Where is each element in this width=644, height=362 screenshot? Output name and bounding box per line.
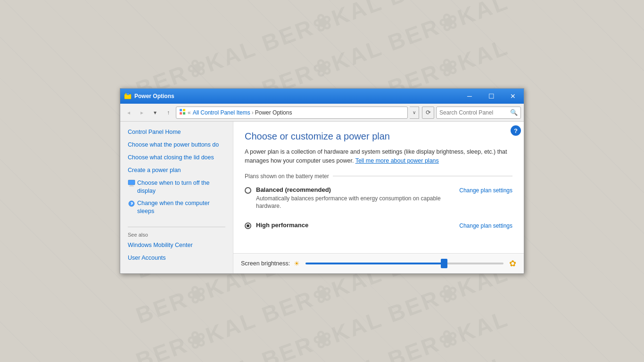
brightness-track[interactable] [305,263,504,264]
brightness-sun-high-icon: ✿ [509,258,516,269]
chevron-down-icon: ▾ [154,109,157,116]
breadcrumb-all-control-panel[interactable]: All Control Panel Items [193,109,250,116]
brightness-thumb[interactable] [441,259,447,268]
change-plan-balanced[interactable]: Change plan settings [459,187,512,194]
svg-rect-5 [183,109,185,111]
svg-rect-4 [180,109,182,111]
up-button[interactable]: ↑ [163,107,174,118]
help-button[interactable]: ? [511,125,521,136]
svg-text:⚡: ⚡ [126,95,130,99]
window-icon: ⚡ [124,92,132,100]
brightness-sun-low-icon: ☀ [294,260,300,267]
plan-high-performance-info: High performance [256,222,308,230]
window-title: Power Options [134,93,459,99]
title-bar-controls: ─ ☐ ✕ [459,89,524,104]
dropdown-icon: ∨ [413,110,416,115]
sidebar-item-display-off[interactable]: Choose when to turn off the display [137,179,225,195]
back-button[interactable]: ◂ [123,107,134,118]
change-plan-high-performance[interactable]: Change plan settings [459,222,512,229]
plans-section: Plans shown on the battery meter Balance… [245,173,512,232]
search-icon: 🔍 [510,109,518,116]
close-button[interactable]: ✕ [502,89,524,104]
breadcrumb-current: Power Options [255,109,292,116]
refresh-button[interactable]: ⟳ [422,107,434,119]
forward-button[interactable]: ▸ [136,107,148,118]
sidebar-item-display-off-container: Choose when to turn off the display [128,179,225,195]
plan-balanced-name: Balanced (recommended) [256,186,459,193]
sidebar-divider [128,227,225,227]
svg-rect-7 [183,112,185,115]
learn-more-link[interactable]: Tell me more about power plans [355,157,439,164]
brightness-bar: Screen brightness: ☀ ✿ [233,253,524,273]
plan-balanced-info: Balanced (recommended) Automatically bal… [256,186,459,211]
sidebar-item-sleep-container: Change when the computer sleeps [128,199,225,215]
recent-locations-button[interactable]: ▾ [149,107,161,118]
content-panel: Choose or customize a power plan A power… [233,122,524,253]
title-bar: ⚡ Power Options ─ ☐ ✕ [120,89,524,104]
plans-divider [333,176,512,176]
main-area: Control Panel Home Choose what the power… [120,122,524,273]
address-bar: ◂ ▸ ▾ ↑ « All Control Panel Items › Powe… [120,104,524,122]
brightness-fill [305,263,444,264]
sidebar-item-lid[interactable]: Choose what closing the lid does [128,154,225,162]
sidebar-item-user-accounts[interactable]: User Accounts [128,254,225,262]
plan-balanced-desc: Automatically balances performance with … [256,195,459,211]
back-icon: ◂ [127,109,130,116]
plan-item-balanced: Balanced (recommended) Automatically bal… [245,184,512,213]
radio-high-performance[interactable] [245,222,251,229]
plan-high-performance-left: High performance [245,222,308,230]
plan-high-performance-name: High performance [256,222,308,229]
address-path: « All Control Panel Items › Power Option… [176,107,408,119]
display-icon [128,180,135,187]
sidebar: Control Panel Home Choose what the power… [120,122,233,273]
svg-rect-9 [130,185,133,186]
see-also-label: See also [128,232,225,238]
sidebar-item-control-panel-home[interactable]: Control Panel Home [128,128,225,136]
sidebar-item-mobility[interactable]: Windows Mobility Center [128,241,225,249]
maximize-button[interactable]: ☐ [480,89,502,104]
refresh-icon: ⟳ [426,109,431,116]
sleep-icon [128,200,135,207]
svg-rect-8 [128,180,135,185]
sidebar-item-sleep[interactable]: Change when the computer sleeps [137,199,225,215]
plans-label: Plans shown on the battery meter [245,173,329,180]
breadcrumb-separator: › [252,109,254,116]
svg-rect-6 [180,112,182,115]
brightness-label: Screen brightness: [241,260,290,267]
content-area: Choose or customize a power plan A power… [233,122,524,273]
search-box: 🔍 [436,107,521,119]
up-icon: ↑ [167,109,170,116]
plan-balanced-left: Balanced (recommended) Automatically bal… [245,186,459,211]
address-dropdown-button[interactable]: ∨ [410,107,419,119]
plans-label-row: Plans shown on the battery meter [245,173,512,180]
content-description: A power plan is a collection of hardware… [245,148,512,165]
control-panel-icon [179,108,186,116]
svg-rect-2 [127,93,129,95]
minimize-button[interactable]: ─ [459,89,480,104]
svg-rect-10 [129,186,134,187]
breadcrumb-prefix: « [188,109,191,116]
svg-rect-1 [125,93,127,95]
plan-item-high-performance: High performance Change plan settings [245,220,512,232]
forward-icon: ▸ [140,109,143,116]
content-title: Choose or customize a power plan [245,131,512,142]
power-options-window: ⚡ Power Options ─ ☐ ✕ ◂ ▸ ▾ ↑ « All Cont… [120,88,524,274]
sidebar-item-power-buttons[interactable]: Choose what the power buttons do [128,141,225,149]
sidebar-item-create-plan[interactable]: Create a power plan [128,166,225,174]
radio-balanced[interactable] [245,187,251,194]
search-input[interactable] [439,109,510,116]
